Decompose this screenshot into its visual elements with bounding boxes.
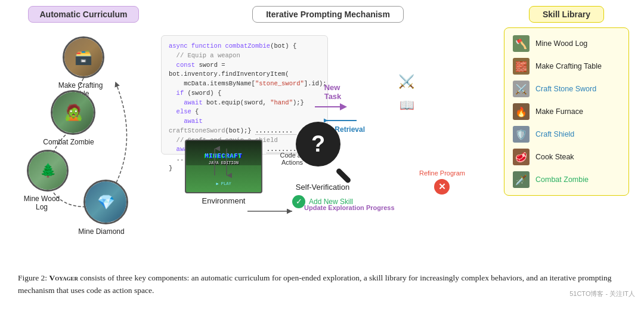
curriculum-graph: 🗃️ Make Crafting Table 🧟 Combat Zombie 🌲 — [18, 30, 149, 245]
skill-name-stone-sword: Craft Stone Sword — [535, 85, 596, 93]
skill-item-wood: 🪓 Mine Wood Log — [513, 35, 620, 52]
book-icon-area: 📖 — [400, 98, 414, 112]
caption-bold-title: Voyager — [49, 273, 78, 282]
self-verification-area: ? Self-Verification ✓ Add New Skill — [292, 122, 353, 208]
node-diamond: 💎 — [83, 180, 128, 224]
skill-name-shield: Craft Shield — [535, 130, 574, 138]
figure-caption: Figure 2: Voyager consists of three key … — [12, 272, 632, 297]
skill-name-cook-steak: Cook Steak — [535, 153, 574, 161]
label-wood-log: Mine Wood Log — [18, 195, 66, 211]
node-wood-log: 🌲 — [27, 150, 69, 192]
skill-name-crafting-table: Make Crafting Table — [535, 62, 602, 70]
skill-item-stone-sword: ⚔️ Craft Stone Sword — [513, 81, 620, 97]
prompting-inner: async function combatZombie(bot) { // Eq… — [155, 26, 501, 241]
node-crafting-table: 🗃️ — [63, 36, 104, 78]
error-circle: ✕ — [434, 179, 450, 195]
skill-library-header: Skill Library — [529, 6, 604, 23]
environment-label: Environment — [185, 196, 262, 205]
caption-text: consists of three key components: an aut… — [18, 273, 611, 295]
caption-prefix: Figure 2: — [18, 273, 49, 282]
auto-curriculum-section: Automatic Curriculum — [12, 6, 155, 269]
skill-library-section: Skill Library 🪓 Mine Wood Log 🧱 Make Cra… — [501, 6, 632, 269]
shield-skill-icon: 🛡️ — [513, 126, 530, 143]
new-task-text: NewTask — [324, 83, 342, 101]
watermark: 51CTO博客 - 关注IT人 — [569, 289, 635, 298]
minecraft-title: MINECRAFT JAVA EDITION — [205, 153, 242, 165]
new-task-label: NewTask — [315, 83, 351, 113]
steak-skill-icon: 🥩 — [513, 149, 530, 165]
label-combat-zombie: Combat Zombie — [42, 138, 95, 146]
sword-icon-area: ⚔️ — [398, 74, 414, 90]
main-container: Automatic Curriculum — [0, 0, 644, 327]
refine-program-area: Refine Program ✕ — [419, 169, 465, 195]
magnify-handle — [335, 168, 352, 184]
diagram-area: Automatic Curriculum — [12, 6, 632, 269]
add-skill-check: ✓ — [292, 195, 305, 208]
auto-curriculum-header: Automatic Curriculum — [28, 6, 138, 23]
minecraft-bg — [186, 165, 261, 192]
crafting-skill-icon: 🧱 — [513, 58, 530, 75]
self-verification-label: Self-Verification — [296, 183, 349, 192]
skill-item-cook-steak: 🥩 Cook Steak — [513, 149, 620, 165]
refine-program-text: Refine Program — [419, 169, 465, 177]
skill-name-furnace: Make Furnace — [535, 107, 583, 116]
new-task-arrow — [315, 101, 351, 113]
wood-skill-icon: 🪓 — [513, 35, 530, 52]
stone-sword-skill-icon: ⚔️ — [513, 81, 530, 97]
node-combat-zombie: 🧟 — [51, 90, 95, 135]
iterative-prompting-section: Iterative Prompting Mechanism async func… — [155, 6, 501, 269]
skill-name-wood: Mine Wood Log — [535, 39, 587, 48]
furnace-skill-icon: 🔥 — [513, 103, 530, 120]
update-exploration-label: Update Exploration Progress — [304, 203, 395, 212]
skill-list-box: 🪓 Mine Wood Log 🧱 Make Crafting Table ⚔️… — [504, 27, 629, 196]
skill-item-furnace: 🔥 Make Furnace — [513, 103, 620, 120]
zombie-skill-icon: 🗡️ — [513, 171, 530, 188]
label-diamond: Mine Diamond — [75, 227, 128, 236]
magnify-glass: ? — [296, 122, 349, 175]
iterative-prompting-header: Iterative Prompting Mechanism — [252, 6, 404, 23]
skill-item-combat-zombie: 🗡️ Combat Zombie — [513, 171, 620, 188]
minecraft-box: MINECRAFT JAVA EDITION ▶ PLAY — [185, 140, 262, 193]
skill-name-combat-zombie: Combat Zombie — [535, 175, 589, 184]
skill-item-crafting-table: 🧱 Make Crafting Table — [513, 58, 620, 75]
environment-area: MINECRAFT JAVA EDITION ▶ PLAY Environmen… — [185, 140, 262, 205]
skill-item-shield: 🛡️ Craft Shield — [513, 126, 620, 143]
